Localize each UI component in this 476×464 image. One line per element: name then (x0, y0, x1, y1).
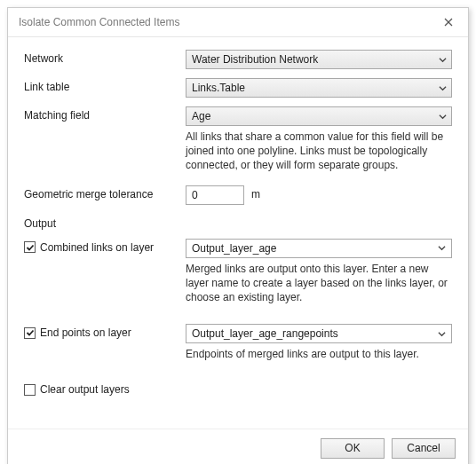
chevron-down-icon (435, 242, 448, 255)
dialog-footer: OK Cancel (8, 429, 468, 464)
link-table-dropdown[interactable]: Links.Table (186, 78, 452, 98)
checkbox-box (24, 384, 36, 396)
close-icon[interactable] (436, 13, 461, 31)
geom-tol-label: Geometric merge tolerance (24, 185, 186, 201)
matching-field-desc: All links that share a common value for … (186, 130, 452, 173)
output-heading: Output (24, 217, 452, 230)
chevron-down-icon (435, 327, 448, 340)
chevron-down-icon (437, 111, 448, 122)
titlebar: Isolate Common Connected Items (8, 8, 468, 37)
geom-tol-input[interactable]: 0 (186, 185, 244, 205)
matching-field-dropdown[interactable]: Age (186, 106, 452, 126)
dialog-window: Isolate Common Connected Items Network W… (7, 7, 469, 464)
combined-layer-value: Output_layer_age (192, 242, 276, 255)
geom-tol-unit: m (251, 185, 260, 201)
cancel-button[interactable]: Cancel (392, 438, 456, 459)
combined-checkbox[interactable]: Combined links on layer (24, 241, 154, 254)
clear-output-label: Clear output layers (40, 383, 130, 396)
geom-tol-value: 0 (192, 189, 198, 201)
cancel-label: Cancel (407, 442, 440, 454)
endpoints-desc: Endpoints of merged links are output to … (186, 347, 452, 361)
network-label: Network (24, 50, 186, 65)
ok-label: OK (345, 442, 360, 454)
combined-desc: Merged links are output onto this layer.… (186, 262, 452, 305)
dialog-content: Network Water Distribution Network Link … (8, 37, 468, 429)
window-title: Isolate Common Connected Items (19, 16, 179, 28)
matching-field-value: Age (192, 110, 210, 122)
chevron-down-icon (437, 83, 448, 93)
combined-layer-combo[interactable]: Output_layer_age (186, 239, 452, 258)
matching-field-label: Matching field (24, 106, 186, 122)
check-icon (24, 241, 36, 253)
endpoints-checkbox[interactable]: End points on layer (24, 326, 131, 339)
network-value: Water Distribution Network (192, 53, 318, 66)
link-table-value: Links.Table (192, 82, 245, 94)
network-dropdown[interactable]: Water Distribution Network (186, 50, 452, 69)
clear-output-checkbox[interactable]: Clear output layers (24, 383, 130, 396)
link-table-label: Link table (24, 78, 186, 93)
chevron-down-icon (437, 54, 448, 65)
endpoints-layer-value: Output_layer_age_rangepoints (192, 327, 338, 340)
endpoints-layer-combo[interactable]: Output_layer_age_rangepoints (186, 324, 452, 343)
combined-label: Combined links on layer (40, 241, 154, 254)
ok-button[interactable]: OK (321, 438, 385, 459)
endpoints-label: End points on layer (40, 326, 131, 339)
check-icon (24, 327, 36, 339)
